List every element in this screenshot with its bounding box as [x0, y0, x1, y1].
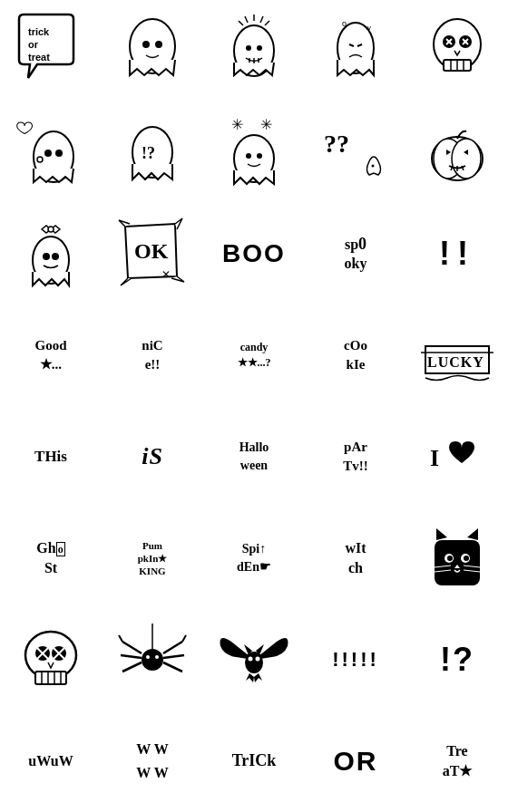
ghost1-svg: [112, 10, 193, 92]
svg-point-54: [43, 253, 50, 260]
svg-rect-82: [35, 672, 66, 684]
boo-label: BOO: [222, 238, 286, 269]
ghost-st-label: GhoSt: [36, 538, 64, 579]
cell-lucky-text[interactable]: LUCKY: [406, 304, 508, 406]
cell-boo-text[interactable]: BOO: [203, 203, 305, 304]
svg-text:trick: trick: [28, 26, 50, 37]
cookie-label: cOokIe: [344, 336, 367, 374]
spider-svg: [112, 619, 193, 701]
svg-point-96: [146, 655, 150, 659]
ghost-suns-svg: ✳ ✳: [213, 111, 295, 193]
this-label: THis: [34, 448, 67, 466]
cell-ghost1[interactable]: [102, 0, 203, 102]
is-label: iS: [142, 442, 163, 470]
cell-ghost-st[interactable]: GhoSt: [0, 508, 102, 609]
party-label: pArTv!!: [343, 438, 368, 476]
cell-cookie-text[interactable]: cOokIe: [305, 304, 406, 406]
candy-label: candy★★...?: [238, 340, 271, 371]
exclamation-pair-label: !!: [439, 234, 475, 273]
cell-skull2[interactable]: [0, 609, 102, 710]
svg-line-94: [119, 635, 122, 642]
cell-candy-text[interactable]: candy★★...?: [203, 304, 305, 406]
ww-label: W WW W: [136, 738, 168, 784]
cell-exclamation-many[interactable]: !!!!!: [305, 609, 406, 710]
spider-den-label: Spi↑dEn☛: [237, 540, 271, 575]
svg-point-99: [245, 652, 263, 673]
cell-spider[interactable]: [102, 609, 203, 710]
cell-uwuw[interactable]: uWuW: [0, 710, 102, 812]
ok-box-svg: OK ✕: [112, 213, 193, 295]
cell-trick-text[interactable]: TrICk: [203, 710, 305, 812]
cell-ww-text[interactable]: W WW W: [102, 710, 203, 812]
cell-ghost-exclaim[interactable]: !?: [102, 102, 203, 203]
svg-text:I: I: [430, 445, 439, 471]
cell-party-text[interactable]: pArTv!!: [305, 406, 406, 508]
cell-nice-text[interactable]: niCe!!: [102, 304, 203, 406]
cell-ghost3[interactable]: o v: [305, 0, 406, 102]
nice-label: niCe!!: [142, 336, 162, 374]
uwuw-label: uWuW: [28, 751, 73, 771]
cell-witch[interactable]: wItch: [305, 508, 406, 609]
cell-ok-box[interactable]: OK ✕: [102, 203, 203, 304]
cell-good-text[interactable]: Good★...: [0, 304, 102, 406]
ghost-heart-svg: [10, 111, 92, 193]
svg-marker-65: [467, 528, 478, 540]
cell-treat-star[interactable]: TreaT★: [406, 710, 508, 812]
cell-exclamation-pair[interactable]: !!: [406, 203, 508, 304]
cell-or-text[interactable]: OR: [305, 710, 406, 812]
black-cat-svg: [416, 517, 498, 599]
cell-ghost-bow[interactable]: [0, 203, 102, 304]
svg-text:LUCKY: LUCKY: [427, 354, 484, 370]
svg-point-42: [246, 153, 251, 159]
spooky-label: sp0oky: [345, 234, 367, 274]
svg-text:OK: OK: [134, 239, 169, 263]
cell-this-text[interactable]: THis: [0, 406, 102, 508]
cell-ghost-suns[interactable]: ✳ ✳: [203, 102, 305, 203]
i-love-svg: I: [416, 416, 498, 498]
cell-ghost-heart[interactable]: [0, 102, 102, 203]
cell-i-love[interactable]: I: [406, 406, 508, 508]
svg-line-8: [245, 16, 248, 23]
svg-line-90: [122, 662, 142, 672]
cell-exclamation-question[interactable]: !?: [406, 609, 508, 710]
cell-bat[interactable]: [203, 609, 305, 710]
ghost-exclaim-svg: !?: [112, 111, 193, 193]
svg-point-35: [55, 150, 63, 157]
svg-text:✕: ✕: [161, 268, 171, 281]
cell-halloween-text[interactable]: Halloween: [203, 406, 305, 508]
cell-skull1[interactable]: [406, 0, 508, 102]
exclamation-many-label: !!!!!: [332, 648, 379, 672]
svg-text:o: o: [342, 19, 347, 28]
cell-black-cat[interactable]: [406, 508, 508, 609]
svg-point-68: [447, 556, 453, 561]
svg-point-12: [246, 45, 251, 51]
ghost-bow-svg: [10, 213, 92, 295]
svg-line-88: [122, 642, 142, 653]
trick-or-treat-svg: trick or treat: [10, 10, 92, 92]
cell-pumpkin-king[interactable]: PumpkIn★KING: [102, 508, 203, 609]
cell-spooky-text[interactable]: sp0oky: [305, 203, 406, 304]
svg-text:??: ??: [324, 130, 349, 158]
cell-question-marks[interactable]: ??: [305, 102, 406, 203]
pumpkin-svg: [416, 111, 498, 193]
cell-pumpkin[interactable]: [406, 102, 508, 203]
cell-trick-or-treat[interactable]: trick or treat: [0, 0, 102, 102]
svg-line-10: [239, 21, 243, 25]
svg-text:✳: ✳: [260, 117, 272, 132]
svg-line-93: [163, 662, 182, 672]
svg-line-91: [163, 642, 182, 653]
svg-point-45: [372, 165, 375, 168]
svg-line-9: [265, 21, 269, 25]
emoji-grid: trick or treat: [0, 0, 508, 812]
svg-point-100: [249, 657, 253, 662]
cell-spider-den[interactable]: Spi↑dEn☛: [203, 508, 305, 609]
svg-point-52: [48, 227, 54, 232]
svg-point-5: [155, 41, 162, 48]
cell-is-text[interactable]: iS: [102, 406, 203, 508]
witch-label: wItch: [345, 538, 366, 579]
or-label: OR: [334, 745, 378, 778]
good-label: Good★...: [34, 336, 66, 374]
exclamation-question-label: !?: [440, 640, 474, 679]
svg-point-101: [256, 657, 260, 662]
cell-ghost2[interactable]: [203, 0, 305, 102]
